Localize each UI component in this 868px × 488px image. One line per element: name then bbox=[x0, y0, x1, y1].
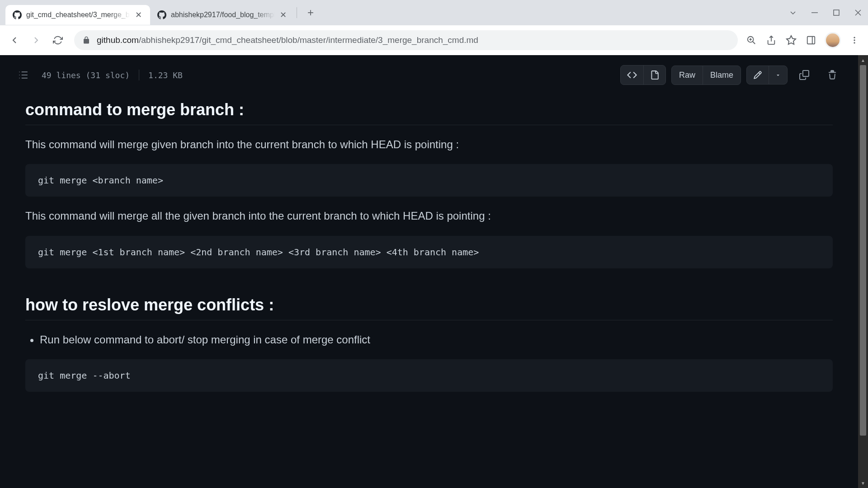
source-view-button[interactable] bbox=[621, 66, 644, 84]
tab-inactive[interactable]: abhishekp2917/food_blog_templ ✕ bbox=[150, 5, 295, 25]
file-header: 49 lines (31 sloc) 1.23 KB Raw Blame bbox=[7, 59, 851, 91]
line-count: 49 lines (31 sloc) bbox=[42, 70, 130, 80]
minimize-icon[interactable] bbox=[810, 8, 819, 17]
copy-button[interactable] bbox=[793, 66, 816, 84]
svg-point-11 bbox=[854, 37, 855, 38]
lock-icon bbox=[82, 36, 90, 44]
address-bar[interactable]: github.com/abhishekp2917/git_cmd_cheatsh… bbox=[74, 30, 738, 50]
rendered-view-button[interactable] bbox=[644, 66, 665, 84]
view-mode-group bbox=[620, 65, 666, 85]
window-controls bbox=[788, 0, 863, 25]
svg-rect-1 bbox=[834, 10, 839, 15]
forward-button[interactable] bbox=[27, 31, 45, 49]
code-block: git merge <1st branch name> <2nd branch … bbox=[25, 236, 833, 268]
raw-blame-group: Raw Blame bbox=[671, 66, 741, 85]
address-bar-row: github.com/abhishekp2917/git_cmd_cheatsh… bbox=[0, 25, 868, 55]
scrollbar[interactable]: ▲ ▼ bbox=[858, 55, 868, 488]
tab-title: git_cmd_cheatsheet/3_merge_bra bbox=[26, 11, 130, 19]
new-tab-button[interactable]: + bbox=[302, 5, 319, 21]
svg-point-13 bbox=[854, 42, 855, 43]
kebab-menu-icon[interactable] bbox=[848, 34, 861, 47]
file-stats: 49 lines (31 sloc) 1.23 KB bbox=[11, 70, 183, 80]
browser-chrome: git_cmd_cheatsheet/3_merge_bra ✕ abhishe… bbox=[0, 0, 868, 55]
blame-button[interactable]: Blame bbox=[703, 66, 741, 84]
profile-avatar[interactable] bbox=[825, 32, 841, 48]
close-window-icon[interactable] bbox=[854, 8, 863, 17]
file-size: 1.23 KB bbox=[148, 70, 183, 80]
paragraph: This command will merge all the given br… bbox=[25, 207, 833, 225]
heading-merge-branch: command to merge branch : bbox=[25, 100, 833, 125]
bookmark-star-icon[interactable] bbox=[785, 34, 797, 47]
zoom-icon[interactable] bbox=[745, 34, 758, 47]
content-scroll: 49 lines (31 sloc) 1.23 KB Raw Blame bbox=[0, 55, 858, 488]
share-icon[interactable] bbox=[765, 34, 778, 47]
bullet-list: Run below command to abort/ stop merging… bbox=[25, 331, 833, 348]
page-content: 49 lines (31 sloc) 1.23 KB Raw Blame bbox=[0, 55, 868, 488]
file-actions: Raw Blame bbox=[620, 65, 844, 85]
code-block: git merge <branch name> bbox=[25, 164, 833, 197]
close-icon[interactable]: ✕ bbox=[134, 10, 143, 19]
edit-dropdown-button[interactable] bbox=[769, 66, 787, 84]
avatar-image bbox=[826, 33, 840, 47]
raw-button[interactable]: Raw bbox=[672, 66, 703, 84]
reload-button[interactable] bbox=[49, 31, 67, 49]
markdown-body: command to merge branch : This command w… bbox=[7, 91, 851, 419]
side-panel-icon[interactable] bbox=[805, 34, 817, 47]
delete-button[interactable] bbox=[821, 66, 844, 84]
code-block: git merge --abort bbox=[25, 359, 833, 392]
tab-bar: git_cmd_cheatsheet/3_merge_bra ✕ abhishe… bbox=[0, 0, 868, 25]
scroll-down-icon[interactable]: ▼ bbox=[858, 478, 868, 488]
github-icon bbox=[157, 10, 166, 19]
paragraph: This command will merge given branch int… bbox=[25, 136, 833, 153]
tab-divider bbox=[297, 7, 297, 18]
github-icon bbox=[13, 10, 22, 19]
tab-title: abhishekp2917/food_blog_templ bbox=[171, 11, 275, 19]
url-text: github.com/abhishekp2917/git_cmd_cheatsh… bbox=[97, 35, 478, 45]
tab-active[interactable]: git_cmd_cheatsheet/3_merge_bra ✕ bbox=[5, 5, 150, 25]
svg-point-12 bbox=[854, 39, 855, 41]
browser-toolbar-icons bbox=[745, 32, 863, 48]
toc-icon[interactable] bbox=[18, 70, 29, 80]
divider bbox=[139, 70, 139, 80]
edit-group bbox=[746, 66, 788, 84]
svg-rect-9 bbox=[807, 37, 815, 44]
back-button[interactable] bbox=[5, 31, 24, 49]
list-item: Run below command to abort/ stop merging… bbox=[40, 331, 833, 348]
edit-button[interactable] bbox=[747, 66, 769, 84]
svg-line-5 bbox=[753, 42, 755, 44]
close-icon[interactable]: ✕ bbox=[278, 10, 288, 19]
svg-marker-8 bbox=[787, 36, 796, 44]
maximize-icon[interactable] bbox=[832, 8, 841, 17]
heading-resolve-conflicts: how to reslove merge conflicts : bbox=[25, 296, 833, 320]
scroll-up-icon[interactable]: ▲ bbox=[858, 55, 868, 65]
chevron-down-icon[interactable] bbox=[788, 8, 797, 17]
scrollbar-thumb[interactable] bbox=[860, 65, 866, 436]
